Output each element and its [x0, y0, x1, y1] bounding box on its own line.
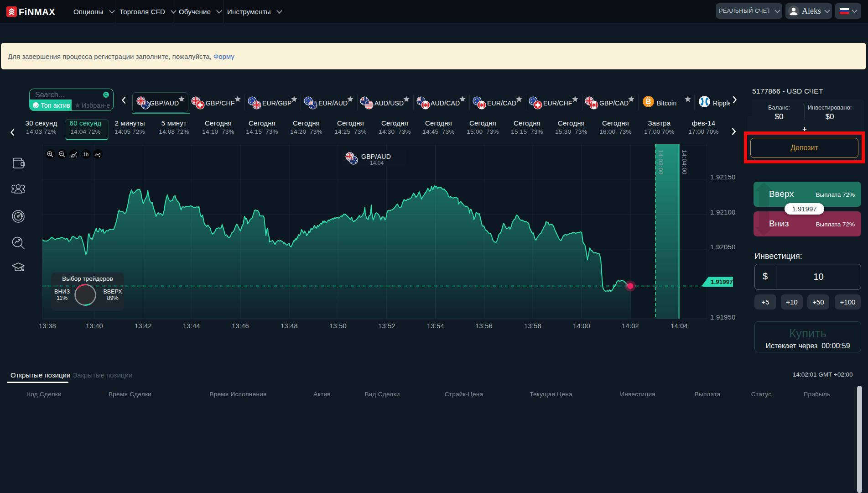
- svg-text:1h: 1h: [83, 152, 88, 157]
- svg-text:1.91997: 1.91997: [711, 278, 733, 285]
